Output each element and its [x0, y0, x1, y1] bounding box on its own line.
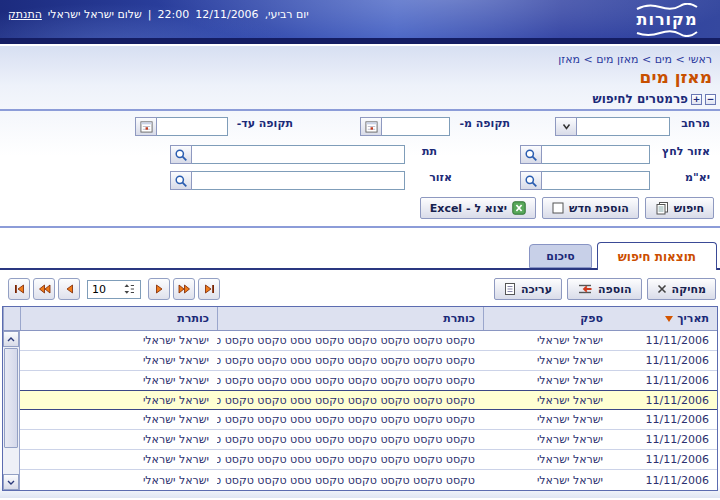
column-header-title1-label: כותרת	[443, 312, 475, 325]
column-header-title2[interactable]: כותרת	[20, 307, 217, 330]
table-row[interactable]: 11/11/2006 ישראל ישראלי טקסט טקסט טקסט ט…	[20, 351, 717, 371]
results-table: תאריך ספק כותרת כותרת 11/11/2006 ישראל י…	[2, 306, 718, 491]
table-header-row: תאריך ספק כותרת כותרת	[3, 307, 717, 331]
cell-title2: ישראל ישראלי	[20, 394, 217, 407]
first-page-icon	[14, 284, 25, 294]
period-to-input[interactable]	[156, 117, 228, 136]
page-title: מאזן מים	[0, 66, 720, 87]
fast-prev-icon	[38, 284, 51, 294]
table-body: 11/11/2006 ישראל ישראלי טקסט טקסט טקסט ט…	[3, 331, 717, 490]
cell-title2: ישראל ישראלי	[20, 354, 217, 367]
zone-label: אזור	[429, 171, 452, 184]
expand-icon[interactable]	[691, 94, 702, 105]
pressure-zone-input[interactable]	[541, 145, 650, 164]
collapse-icon[interactable]	[705, 94, 716, 105]
app-header: יום רביעי, 12/11/2006 22:00 | שלום ישראל…	[0, 0, 720, 38]
breadcrumb[interactable]: ראשי > מים > מאזן מים > מאזן	[0, 46, 720, 66]
cell-title2: ישראל ישראלי	[20, 453, 217, 466]
table-row[interactable]: 11/11/2006 ישראל ישראלי טקסט טקסט טקסט ט…	[20, 450, 717, 470]
yaam-field	[520, 171, 650, 190]
cell-date: 11/11/2006	[611, 413, 717, 426]
search-button-label: חיפוש	[674, 202, 704, 215]
export-excel-button[interactable]: יצוא ל - Excel	[420, 197, 536, 219]
last-page-button[interactable]	[198, 278, 220, 300]
page-content: ראשי > מים > מאזן מים > מאזן מאזן מים פר…	[0, 46, 720, 498]
calendar-button[interactable]	[360, 117, 382, 136]
search-button[interactable]: חיפוש	[645, 197, 714, 219]
cell-date: 11/11/2006	[611, 354, 717, 367]
results-toolbar: מחיקה הוספה עריכה	[0, 270, 720, 306]
magnifier-icon	[524, 148, 538, 162]
column-header-date[interactable]: תאריך	[611, 307, 717, 330]
column-header-title1[interactable]: כותרת	[217, 307, 483, 330]
table-row[interactable]: 11/11/2006 ישראל ישראלי טקסט טקסט טקסט ט…	[20, 331, 717, 351]
region-combo-value[interactable]	[576, 117, 670, 136]
delete-button[interactable]: מחיקה	[647, 278, 716, 300]
table-row[interactable]: 11/11/2006 ישראל ישראלי טקסט טקסט טקסט ט…	[20, 410, 717, 430]
table-row-selected[interactable]: 11/11/2006 ישראל ישראלי טקסט טקסט טקסט ט…	[20, 390, 717, 410]
calendar-button[interactable]	[135, 117, 157, 136]
time-value: 22:00	[158, 8, 190, 21]
table-row[interactable]: 11/11/2006 ישראל ישראלי טקסט טקסט טקסט ט…	[20, 371, 717, 391]
fast-next-button[interactable]	[173, 278, 195, 300]
edit-button-label: עריכה	[521, 283, 552, 296]
add-button[interactable]: הוספה	[567, 278, 642, 300]
table-row[interactable]: 11/11/2006 ישראל ישראלי טקסט טקסט טקסט ט…	[20, 470, 717, 490]
row-action-buttons: מחיקה הוספה עריכה	[494, 278, 716, 300]
lookup-button[interactable]	[520, 145, 542, 164]
page-size-input[interactable]	[88, 283, 122, 296]
region-label: מרחב	[681, 117, 710, 130]
tab-search-results[interactable]: תוצאות חיפוש	[597, 242, 717, 270]
pagination-controls	[8, 278, 220, 300]
cell-supplier: ישראל ישראלי	[483, 394, 611, 407]
spinner-list-icon[interactable]	[122, 282, 135, 296]
yaam-input[interactable]	[541, 171, 650, 190]
magnifier-icon	[174, 148, 188, 162]
cell-title2: ישראל ישראלי	[20, 413, 217, 426]
divider: |	[148, 8, 152, 21]
next-page-button[interactable]	[148, 278, 170, 300]
scrollbar-thumb[interactable]	[4, 348, 18, 448]
edit-document-icon	[504, 282, 516, 296]
last-page-icon	[204, 284, 215, 294]
zone-input[interactable]	[191, 171, 405, 190]
add-new-button[interactable]: הוספת חדש	[542, 197, 639, 219]
column-header-title2-label: כותרת	[177, 312, 209, 325]
combo-dropdown-button[interactable]	[555, 117, 577, 136]
period-from-input[interactable]	[381, 117, 450, 136]
logo-wave-bottom	[636, 29, 698, 37]
tab-summary[interactable]: סיכום	[529, 244, 591, 268]
next-page-icon	[155, 284, 164, 294]
cell-title1: טקסט טקסט טקסט טקסט טקסט טסט טקסט טקסט ט…	[217, 453, 483, 466]
cell-title2: ישראל ישראלי	[20, 433, 217, 446]
greeting-text: שלום ישראל ישראלי	[48, 8, 142, 21]
cell-title1: טקסט טקסט טקסט טקסט טקסט טסט טקסט טקסט ט…	[217, 354, 483, 367]
export-excel-label: יצוא ל - Excel	[430, 202, 507, 215]
scroll-down-button[interactable]	[3, 474, 19, 490]
period-from-field	[360, 117, 450, 136]
fast-prev-button[interactable]	[33, 278, 55, 300]
edit-button[interactable]: עריכה	[494, 278, 562, 300]
period-to-field	[135, 117, 228, 136]
cell-supplier: ישראל ישראלי	[483, 334, 611, 347]
prev-page-icon	[65, 284, 74, 294]
delete-button-label: מחיקה	[672, 283, 706, 296]
cell-date: 11/11/2006	[611, 394, 717, 407]
lookup-button[interactable]	[520, 171, 542, 190]
cell-date: 11/11/2006	[611, 334, 717, 347]
table-row[interactable]: 11/11/2006 ישראל ישראלי טקסט טקסט טקסט ט…	[20, 430, 717, 450]
column-header-date-label: תאריך	[677, 312, 709, 325]
scroll-up-button[interactable]	[3, 331, 19, 347]
cell-title1: טקסט טקסט טקסט טקסט טקסט טסט טקסט טקסט ט…	[217, 394, 483, 407]
first-page-button[interactable]	[8, 278, 30, 300]
scrollbar-track[interactable]	[3, 449, 19, 474]
cell-title2: ישראל ישראלי	[20, 474, 217, 487]
logout-link[interactable]: התנתק	[8, 8, 42, 21]
sub-input[interactable]	[191, 145, 405, 164]
prev-page-button[interactable]	[58, 278, 80, 300]
column-header-supplier[interactable]: ספק	[483, 307, 611, 330]
search-section-header: פרמטרים לחיפוש	[0, 92, 720, 106]
add-button-label: הוספה	[598, 283, 632, 296]
lookup-button[interactable]	[170, 145, 192, 164]
lookup-button[interactable]	[170, 171, 192, 190]
